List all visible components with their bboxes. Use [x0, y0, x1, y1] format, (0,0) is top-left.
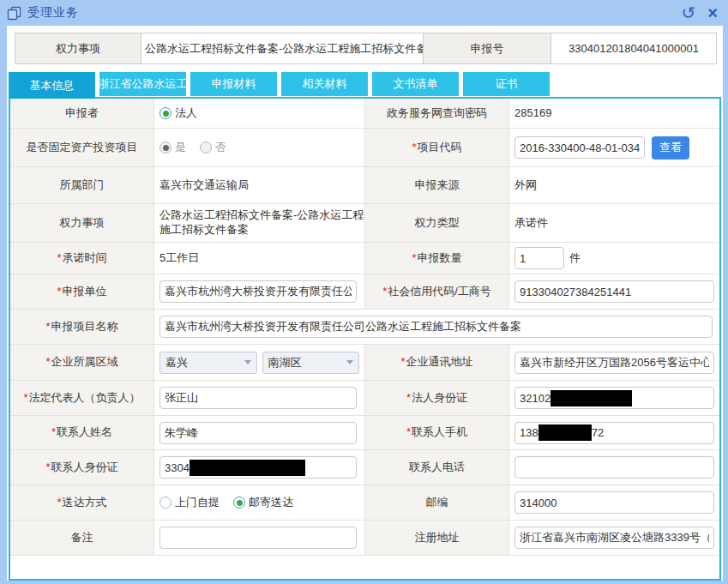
header-summary: 权力事项 公路水运工程招标文件备案-公路水运工程施工招标文件备案 申报号 330… — [15, 33, 717, 64]
header-power-item-label: 权力事项 — [15, 33, 141, 63]
declare-unit-field — [154, 274, 365, 310]
company-address-label: *企业通讯地址 — [365, 345, 509, 381]
promise-time-value: 5工作日 — [154, 243, 365, 274]
header-declare-no-label: 申报号 — [424, 33, 551, 63]
company-address-input[interactable] — [514, 352, 714, 374]
remark-field — [154, 521, 365, 556]
redaction-block — [190, 460, 305, 476]
delivery-field: 上门自提 邮寄送达 — [154, 485, 365, 521]
declare-count-label: *申报数量 — [365, 243, 509, 274]
declarant-label: 申报者 — [10, 99, 154, 129]
tab-related-materials[interactable]: 相关材料 — [281, 72, 368, 96]
power-type-value: 承诺件 — [509, 204, 719, 243]
declare-unit-input[interactable] — [159, 280, 357, 303]
declarant-legal-person-radio[interactable] — [159, 107, 171, 119]
power-type-label: 权力类型 — [365, 204, 509, 243]
postcode-input[interactable] — [514, 491, 714, 514]
contact-id-visible-digits: 3304 — [165, 461, 190, 474]
contact-id-label: *联系人身份证 — [10, 450, 154, 485]
contact-mobile-prefix: 138 — [520, 426, 538, 439]
credit-code-input[interactable] — [514, 280, 714, 303]
delivery-label: *送达方式 — [10, 485, 154, 521]
department-label: 所属部门 — [10, 167, 154, 204]
fixed-asset-yes-radio — [159, 141, 171, 154]
fixed-asset-yes-label: 是 — [175, 140, 186, 155]
project-name-input[interactable] — [159, 316, 713, 338]
declare-source-value: 外网 — [509, 167, 719, 204]
header-power-item-value: 公路水运工程招标文件备案-公路水运工程施工招标文件备案 — [141, 33, 424, 63]
project-code-field: 查看 — [509, 129, 719, 167]
declarant-option-label: 法人 — [175, 105, 197, 121]
region-field: 嘉兴 南湖区 — [154, 345, 365, 381]
chevron-down-icon — [244, 360, 251, 364]
required-asterisk: * — [45, 461, 50, 474]
required-asterisk: * — [57, 496, 61, 509]
header-declare-no-value: 330401201804041000001 — [551, 33, 716, 63]
query-password-value: 285169 — [509, 99, 719, 129]
refresh-icon[interactable]: ↺ — [682, 4, 696, 21]
contact-id-field: 3304 — [154, 450, 365, 485]
required-asterisk: * — [382, 285, 387, 298]
project-name-field — [154, 310, 719, 345]
declare-count-input[interactable] — [514, 247, 564, 269]
required-asterisk: * — [23, 391, 27, 405]
contact-id-input[interactable]: 3304 — [159, 456, 357, 479]
declare-count-unit: 件 — [569, 250, 581, 266]
reg-address-field — [509, 521, 719, 556]
declare-count-field: 件 — [509, 243, 719, 274]
form-panel: 申报者 法人 政务服务网查询密码 285169 是否固定资产投资项目 是 否 — [9, 97, 721, 581]
required-asterisk: * — [400, 355, 405, 369]
legal-rep-field — [154, 381, 365, 416]
reg-address-input[interactable] — [514, 527, 714, 549]
contact-phone-label: 联系人电话 — [365, 450, 509, 485]
region-city-select[interactable]: 嘉兴 — [159, 352, 257, 374]
contact-name-input[interactable] — [159, 422, 357, 444]
delivery-pickup-radio[interactable] — [159, 497, 171, 509]
region-district-value: 南湖区 — [268, 355, 302, 370]
region-district-select[interactable]: 南湖区 — [262, 352, 360, 374]
legal-rep-input[interactable] — [159, 387, 357, 409]
project-name-label: *申报项目名称 — [10, 310, 154, 345]
required-asterisk: * — [406, 391, 411, 405]
required-asterisk: * — [412, 141, 416, 154]
form-grid: 申报者 法人 政务服务网查询密码 285169 是否固定资产投资项目 是 否 — [10, 99, 719, 556]
view-button[interactable]: 查看 — [652, 136, 689, 160]
department-value: 嘉兴市交通运输局 — [154, 167, 365, 204]
close-icon[interactable]: × — [707, 4, 718, 21]
fixed-asset-no-label: 否 — [215, 140, 226, 155]
contact-mobile-suffix: 72 — [592, 426, 604, 439]
contact-phone-input[interactable] — [514, 456, 714, 479]
required-asterisk: * — [406, 425, 411, 439]
tab-bar: 基本信息 浙江省公路水运工 申报材料 相关材料 文书清单 证书 — [9, 72, 550, 99]
contact-mobile-input[interactable]: 138 72 — [514, 422, 714, 444]
required-asterisk: * — [412, 251, 416, 265]
contact-mobile-field: 138 72 — [509, 416, 719, 450]
tab-basic-info[interactable]: 基本信息 — [9, 72, 95, 99]
tab-certificate[interactable]: 证书 — [463, 72, 550, 96]
delivery-mail-radio[interactable] — [233, 497, 245, 509]
legal-id-input[interactable]: 32102 — [514, 387, 714, 409]
project-code-input[interactable] — [514, 136, 645, 159]
power-item-label: 权力事项 — [10, 204, 154, 243]
window-title: 受理业务 — [27, 5, 79, 21]
tab-declare-materials[interactable]: 申报材料 — [190, 72, 277, 96]
required-asterisk: * — [57, 285, 61, 298]
required-asterisk: * — [45, 355, 50, 369]
contact-name-field — [154, 416, 365, 450]
declarant-field: 法人 — [154, 99, 365, 129]
contact-phone-field — [509, 450, 719, 485]
postcode-field — [509, 485, 719, 521]
window-titlebar: 受理业务 ↺ × — [0, 0, 728, 26]
tab-zhejiang-highway[interactable]: 浙江省公路水运工 — [99, 72, 186, 96]
redaction-block — [551, 390, 632, 406]
declare-unit-label: *申报单位 — [10, 274, 154, 310]
redaction-block — [538, 424, 592, 441]
window-icon — [7, 6, 21, 21]
remark-input[interactable] — [159, 527, 357, 549]
region-label: *企业所属区域 — [10, 345, 154, 381]
contact-name-label: *联系人姓名 — [10, 416, 154, 450]
declare-source-label: 申报来源 — [365, 167, 509, 204]
tab-document-list[interactable]: 文书清单 — [372, 72, 459, 96]
window-content: 权力事项 公路水运工程招标文件备案-公路水运工程施工招标文件备案 申报号 330… — [7, 26, 723, 581]
region-city-value: 嘉兴 — [165, 355, 188, 370]
